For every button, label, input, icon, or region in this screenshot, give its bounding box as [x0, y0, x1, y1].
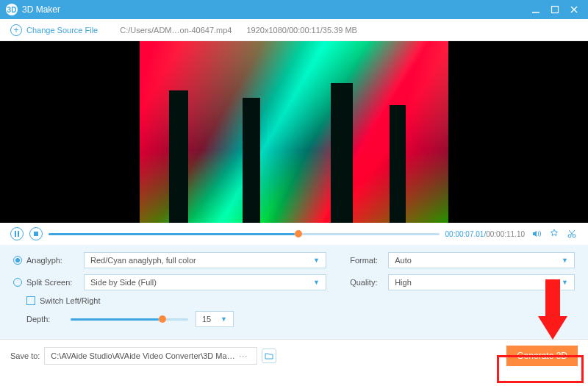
volume-icon[interactable] — [531, 228, 542, 240]
timecode: 00:00:07.01/00:00:11.10 — [445, 230, 525, 238]
split-screen-select[interactable]: Side by Side (Full) ▼ — [84, 274, 326, 290]
anaglyph-select[interactable]: Red/Cyan anaglyph, full color ▼ — [84, 252, 326, 268]
switch-lr-checkbox[interactable] — [26, 296, 35, 305]
svg-rect-3 — [18, 231, 19, 237]
svg-rect-0 — [532, 12, 539, 13]
seek-thumb[interactable] — [295, 230, 302, 237]
toolbar: + Change Source File C:/Users/ADM…on-406… — [0, 19, 588, 41]
change-source-label: Change Source File — [26, 26, 98, 35]
depth-label: Depth: — [26, 315, 71, 324]
close-button[interactable] — [566, 3, 582, 16]
depth-thumb[interactable] — [159, 315, 166, 323]
svg-rect-1 — [552, 7, 559, 13]
saveto-path-input[interactable]: C:\AVAide Studio\AVAide Video Converter\… — [44, 347, 257, 365]
video-preview-area — [0, 41, 588, 223]
snapshot-icon[interactable] — [548, 228, 560, 240]
stop-button[interactable] — [29, 227, 43, 240]
switch-lr-label: Switch Left/Right — [40, 296, 101, 305]
source-file-path: C:/Users/ADM…on-40647.mp4 — [120, 26, 232, 35]
depth-value-select[interactable]: 15 ▼ — [196, 311, 234, 327]
video-frame[interactable] — [140, 41, 448, 223]
quality-label: Quality: — [350, 278, 388, 287]
minimize-button[interactable] — [528, 3, 544, 16]
app-logo-icon: 3D — [6, 4, 18, 15]
depth-slider[interactable] — [71, 318, 188, 321]
quality-select[interactable]: High ▼ — [388, 274, 575, 290]
play-pause-button[interactable] — [10, 227, 24, 240]
settings-panel: Anaglyph: Red/Cyan anaglyph, full color … — [0, 245, 588, 339]
format-label: Format: — [350, 256, 388, 265]
format-select[interactable]: Auto ▼ — [388, 252, 575, 268]
chevron-down-icon: ▼ — [313, 257, 320, 264]
chevron-down-icon: ▼ — [562, 279, 568, 286]
source-file-meta: 1920x1080/00:00:11/35.39 MB — [246, 26, 356, 35]
change-source-button[interactable]: + Change Source File — [10, 24, 98, 36]
playback-bar: 00:00:07.01/00:00:11.10 — [0, 223, 588, 245]
saveto-label: Save to: — [10, 351, 40, 360]
generate-3d-button[interactable]: Generate 3D — [506, 346, 578, 366]
save-bar: Save to: C:\AVAide Studio\AVAide Video C… — [0, 339, 588, 371]
chevron-down-icon: ▼ — [313, 279, 320, 286]
split-screen-radio[interactable] — [13, 278, 22, 287]
chevron-down-icon: ▼ — [562, 257, 568, 264]
plus-icon: + — [10, 24, 22, 36]
svg-rect-4 — [34, 232, 38, 236]
anaglyph-radio[interactable] — [13, 256, 22, 265]
browse-button[interactable]: ··· — [236, 351, 251, 360]
seek-slider[interactable] — [49, 233, 440, 235]
app-title: 3D Maker — [22, 4, 60, 15]
chevron-down-icon: ▼ — [220, 315, 227, 323]
split-screen-label: Split Screen: — [26, 278, 84, 287]
svg-rect-2 — [15, 231, 16, 237]
open-folder-button[interactable] — [262, 349, 276, 363]
maximize-button[interactable] — [547, 3, 563, 16]
titlebar: 3D 3D Maker — [0, 0, 588, 19]
anaglyph-label: Anaglyph: — [26, 256, 84, 265]
cut-icon[interactable] — [566, 228, 578, 240]
